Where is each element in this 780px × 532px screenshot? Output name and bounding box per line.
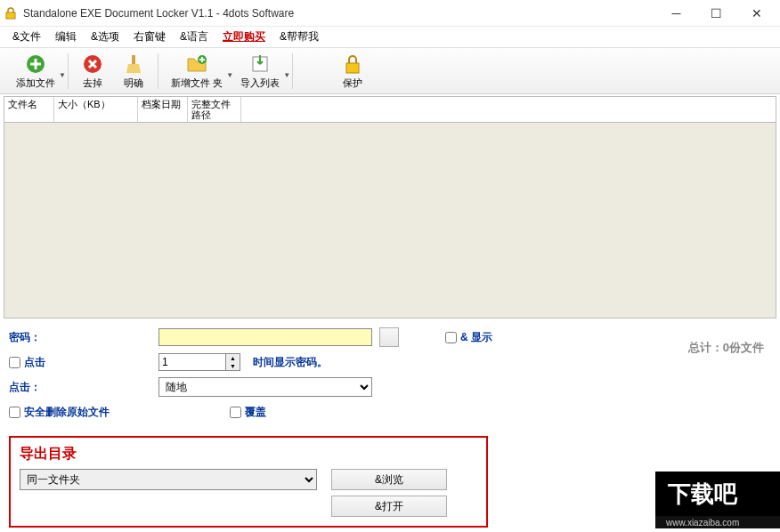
toolbar-separator [68, 53, 69, 89]
menu-help[interactable]: &帮帮我 [272, 27, 326, 47]
toolbar-separator [292, 53, 293, 89]
svg-rect-3 [132, 55, 135, 64]
form-area: 密码： & 显示 总计：0份文件 点击 ▲▼ 时间显示密码。 点击： 随地 安全… [0, 318, 780, 431]
dropdown-arrow-icon: ▼ [283, 71, 290, 79]
toolbar: 添加文件 ▼ 去掉 明确 新增文件 夹 ▼ 导入列表 ▼ 保护 [0, 48, 780, 94]
secure-delete-label: 安全删除原始文件 [24, 405, 110, 420]
menu-buy-now[interactable]: 立即购买 [215, 27, 272, 47]
toolbar-separator [158, 53, 158, 89]
watermark-url: www.xiazaiba.com [665, 518, 739, 528]
lock-icon [341, 52, 364, 76]
show-checkbox-input[interactable] [445, 332, 457, 343]
click-checkbox[interactable]: 点击 [9, 355, 158, 370]
remove-circle-icon [81, 52, 104, 76]
click-label-2: 点击： [9, 380, 158, 395]
menubar: &文件 编辑 &选项 右窗键 &语言 立即购买 &帮帮我 [0, 27, 780, 48]
column-size[interactable]: 大小（KB） [54, 97, 138, 122]
titlebar: Standalone EXE Document Locker V1.1 - 4d… [0, 0, 780, 27]
password-input[interactable] [158, 328, 372, 346]
watermark: 下载吧 www.xiazaiba.com [655, 472, 780, 532]
menu-file[interactable]: &文件 [5, 27, 48, 47]
protect-label: 保护 [343, 77, 362, 90]
file-list-header: 文件名 大小（KB） 档案日期 完整文件路径 [4, 96, 776, 123]
file-list-body[interactable] [4, 123, 776, 318]
browse-button[interactable]: &浏览 [331, 469, 447, 490]
secure-delete-input[interactable] [9, 407, 20, 418]
svg-rect-0 [6, 12, 15, 19]
menu-options[interactable]: &选项 [84, 27, 126, 47]
remove-button[interactable]: 去掉 [72, 51, 113, 92]
remove-label: 去掉 [83, 77, 102, 90]
new-folder-label: 新增文件 夹 [171, 77, 223, 90]
dropdown-arrow-icon: ▼ [59, 71, 66, 79]
broom-icon [122, 52, 145, 76]
app-icon [4, 6, 18, 20]
spin-control[interactable]: ▲▼ [158, 353, 240, 371]
total-files-label: 总计：0份文件 [688, 340, 764, 356]
protect-button[interactable]: 保护 [332, 51, 373, 92]
window-controls: ─ ☐ ✕ [656, 1, 776, 26]
column-path[interactable]: 完整文件路径 [188, 97, 241, 122]
position-select[interactable]: 随地 [158, 377, 372, 397]
svg-rect-6 [346, 63, 359, 73]
spin-input[interactable] [158, 353, 226, 371]
menu-language[interactable]: &语言 [173, 27, 215, 47]
new-folder-button[interactable]: 新增文件 夹 ▼ [162, 51, 232, 92]
overwrite-checkbox[interactable]: 覆盖 [230, 405, 266, 420]
plus-circle-icon [24, 52, 47, 76]
minimize-button[interactable]: ─ [656, 1, 696, 26]
overwrite-input[interactable] [230, 407, 241, 418]
column-date[interactable]: 档案日期 [138, 97, 188, 122]
folder-plus-icon [185, 52, 208, 76]
add-file-button[interactable]: 添加文件 ▼ [7, 51, 64, 92]
import-icon [248, 52, 272, 76]
password-tool-button[interactable] [379, 327, 399, 347]
password-label: 密码： [9, 330, 158, 345]
import-list-button[interactable]: 导入列表 ▼ [232, 51, 288, 92]
export-directory-box: 导出目录 同一文件夹 &浏览 &打开 [9, 436, 488, 528]
import-list-label: 导入列表 [240, 77, 280, 90]
watermark-text: 下载吧 [667, 480, 738, 507]
overwrite-label: 覆盖 [245, 405, 266, 420]
close-button[interactable]: ✕ [736, 1, 776, 26]
click-label: 点击 [24, 355, 45, 370]
export-folder-select[interactable]: 同一文件夹 [20, 469, 317, 490]
menu-edit[interactable]: 编辑 [48, 27, 84, 47]
open-button[interactable]: &打开 [331, 496, 447, 517]
column-filename[interactable]: 文件名 [4, 97, 54, 122]
time-show-label: 时间显示密码。 [253, 355, 328, 370]
menu-rightkey[interactable]: 右窗键 [126, 27, 173, 47]
add-file-label: 添加文件 [16, 77, 55, 90]
clear-label: 明确 [124, 77, 143, 90]
clear-button[interactable]: 明确 [113, 51, 154, 92]
click-checkbox-input[interactable] [9, 357, 20, 368]
secure-delete-checkbox[interactable]: 安全删除原始文件 [9, 405, 230, 420]
spin-arrows[interactable]: ▲▼ [226, 353, 240, 371]
maximize-button[interactable]: ☐ [696, 1, 736, 26]
export-title: 导出目录 [20, 445, 477, 463]
show-label: & 显示 [460, 330, 492, 345]
show-password-checkbox[interactable]: & 显示 [445, 330, 492, 345]
window-title: Standalone EXE Document Locker V1.1 - 4d… [23, 7, 656, 20]
